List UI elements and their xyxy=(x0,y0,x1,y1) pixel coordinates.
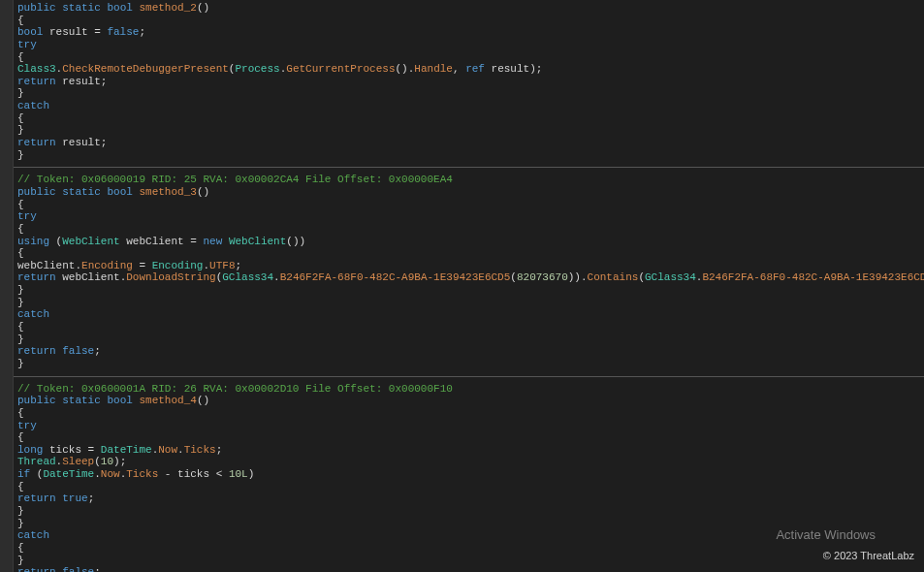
activate-windows-watermark: Activate Windows xyxy=(776,528,876,543)
literal: true xyxy=(62,493,87,504)
copyright-watermark: © 2023 ThreatLabz xyxy=(823,550,914,562)
method-call: Contains xyxy=(588,271,639,283)
number: 82073670 xyxy=(517,271,568,283)
literal: false xyxy=(62,345,94,357)
type: bool xyxy=(107,2,132,14)
brace: { xyxy=(17,15,24,26)
property: Ticks xyxy=(184,444,216,456)
method-call: B246F2FA-68F0-482C-A9BA-1E39423E6CD5 xyxy=(280,271,511,283)
method-call: B246F2FA-68F0-482C-A9BA-1E39423E6CD5 xyxy=(702,271,924,283)
class-ref: Encoding xyxy=(152,260,204,271)
property: Now xyxy=(101,468,120,480)
keyword: static xyxy=(62,2,101,14)
code-line: public static bool smethod_2() xyxy=(17,2,922,15)
class-ref: DateTime xyxy=(43,468,94,480)
class-ref: WebClient xyxy=(229,236,286,247)
method-call: GetCurrentProcess xyxy=(286,63,395,75)
keyword: public xyxy=(17,2,56,14)
keyword: return xyxy=(17,137,56,148)
method-call: CheckRemoteDebuggerPresent xyxy=(62,63,229,75)
token-comment: // Token: 0x06000019 RID: 25 RVA: 0x0000… xyxy=(17,174,453,185)
property: Now xyxy=(158,444,177,456)
method-divider xyxy=(0,167,924,168)
method-name: smethod_2 xyxy=(139,2,196,14)
method-name: smethod_4 xyxy=(139,395,196,406)
literal: false xyxy=(62,566,94,572)
property: Handle xyxy=(414,63,453,75)
number: 10 xyxy=(101,456,113,467)
property: Encoding xyxy=(81,260,133,271)
property: UTF8 xyxy=(209,260,235,271)
keyword: try xyxy=(17,39,37,50)
type: bool xyxy=(17,26,43,38)
method-call: DownloadString xyxy=(126,271,215,283)
token-comment: // Token: 0x0600001A RID: 26 RVA: 0x0000… xyxy=(17,383,453,395)
literal: false xyxy=(107,26,139,38)
class-ref: Class3 xyxy=(17,63,56,75)
keyword: catch xyxy=(17,100,49,111)
type: long xyxy=(17,444,43,456)
method-name: smethod_3 xyxy=(139,186,196,198)
line-gutter xyxy=(0,0,14,572)
punctuation: () xyxy=(197,2,209,14)
class-ref: Process xyxy=(235,63,279,75)
keyword: ref xyxy=(465,63,485,75)
class-ref: WebClient xyxy=(62,236,119,247)
method-divider xyxy=(0,376,924,377)
class-ref: GClass34 xyxy=(222,271,273,283)
class-ref: GClass34 xyxy=(645,271,696,283)
property: Ticks xyxy=(126,468,158,480)
class-ref: DateTime xyxy=(101,444,152,456)
method-call: Sleep xyxy=(62,456,94,467)
code-editor: public static bool smethod_2() { bool re… xyxy=(0,0,924,572)
number: 10L xyxy=(229,468,248,480)
class-ref: Thread xyxy=(17,456,56,467)
keyword: return xyxy=(17,76,56,87)
